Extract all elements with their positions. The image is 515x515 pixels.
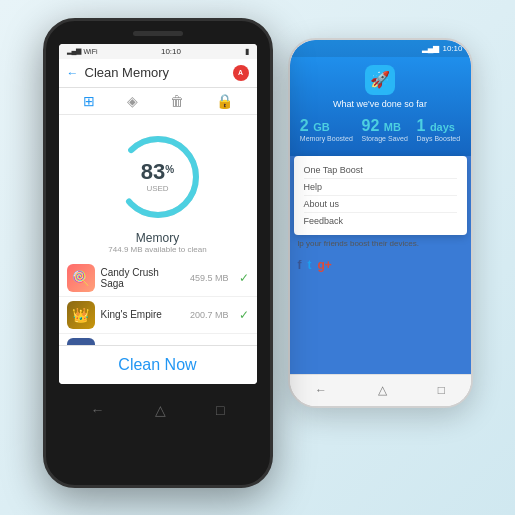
candy-crush-icon: 🍭: [67, 264, 95, 292]
facebook-icon: f: [67, 338, 95, 345]
wifi-icon: WiFi: [83, 48, 97, 55]
toolbar-layers-icon[interactable]: ◈: [127, 93, 138, 109]
clean-now-button[interactable]: Clean Now: [59, 345, 257, 384]
memory-percent-display: 83% USED: [141, 161, 174, 193]
percent-sign: %: [165, 163, 174, 174]
rocket-icon: 🚀: [370, 70, 390, 89]
avast-logo: A: [233, 65, 249, 81]
storage-num: 92: [362, 117, 380, 134]
page-title: Clean Memory: [85, 65, 227, 80]
clean-now-label: Clean Now: [118, 356, 196, 373]
status-bar-black: ▂▄▆ WiFi 10:10 ▮: [59, 44, 257, 59]
percent-value: 83: [141, 159, 165, 184]
kings-empire-name: King's Empire: [101, 309, 184, 320]
boost-icon: 🚀: [365, 65, 395, 95]
menu-item-about[interactable]: About us: [304, 196, 457, 213]
phones-container: ▂▄▆ 10:10 🚀 What we've done so far 2: [43, 18, 473, 498]
signal-icons-white: ▂▄▆: [422, 44, 440, 53]
facebook-share-icon[interactable]: f: [298, 258, 302, 272]
app-list: 🍭 Candy Crush Saga 459.5 MB ✓ 👑 King's E…: [59, 260, 257, 345]
memory-unit: GB: [313, 121, 330, 133]
googleplus-share-icon[interactable]: g+: [318, 258, 332, 272]
phone-black: ▂▄▆ WiFi 10:10 ▮ ← Clean Memory A ⊞ ◈ 🗑 …: [43, 18, 273, 488]
toolbar-trash-icon[interactable]: 🗑: [170, 93, 184, 109]
what-done-label: What we've done so far: [290, 99, 471, 109]
phone-screen: ▂▄▆ WiFi 10:10 ▮ ← Clean Memory A ⊞ ◈ 🗑 …: [59, 44, 257, 384]
storage-saved-stat: 92 MB Storage Saved: [362, 117, 408, 142]
home-nav-black[interactable]: △: [155, 402, 166, 418]
memory-boosted-stat: 2 GB Memory Boosted: [300, 117, 353, 142]
toolbar-grid-icon[interactable]: ⊞: [83, 93, 95, 109]
app-header: ← Clean Memory A: [59, 59, 257, 88]
storage-label: Storage Saved: [362, 135, 408, 142]
days-boosted-stat: 1 days Days Boosted: [417, 117, 461, 142]
memory-num: 2: [300, 117, 309, 134]
candy-crush-size: 459.5 MB: [190, 273, 229, 283]
home-nav-white[interactable]: △: [378, 383, 387, 397]
memory-section: 83% USED Memory 744.9 MB available to cl…: [59, 115, 257, 260]
storage-unit: MB: [384, 121, 401, 133]
recent-nav-black[interactable]: □: [216, 402, 224, 418]
back-nav-white[interactable]: ←: [315, 383, 327, 397]
app-item-facebook[interactable]: f Facebook 54.5 MB ✓: [59, 334, 257, 345]
battery-icon: ▮: [245, 47, 249, 56]
memory-circle: 83% USED: [108, 127, 208, 227]
twitter-share-icon[interactable]: t: [308, 258, 312, 272]
white-phone-menu: One Tap Boost Help About us Feedback: [294, 156, 467, 235]
days-num: 1: [417, 117, 426, 134]
toolbar-lock-icon[interactable]: 🔒: [216, 93, 233, 109]
phone-white: ▂▄▆ 10:10 🚀 What we've done so far 2: [288, 38, 473, 408]
status-left: ▂▄▆ WiFi: [67, 47, 98, 55]
status-bar-white: ▂▄▆ 10:10: [290, 40, 471, 57]
candy-crush-name: Candy Crush Saga: [101, 267, 184, 289]
menu-item-feedback[interactable]: Feedback: [304, 213, 457, 229]
back-nav-black[interactable]: ←: [91, 402, 105, 418]
back-button[interactable]: ←: [67, 66, 79, 80]
menu-item-one-tap[interactable]: One Tap Boost: [304, 162, 457, 179]
app-item-kings[interactable]: 👑 King's Empire 200.7 MB ✓: [59, 297, 257, 334]
time-black: 10:10: [161, 47, 181, 56]
days-unit: days: [430, 121, 455, 133]
social-row: f t g+: [290, 252, 471, 278]
kings-empire-icon: 👑: [67, 301, 95, 329]
days-label: Days Boosted: [417, 135, 461, 142]
bottom-nav-black: ← △ □: [46, 392, 270, 428]
app-item-candy[interactable]: 🍭 Candy Crush Saga 459.5 MB ✓: [59, 260, 257, 297]
bottom-nav-white: ← △ □: [290, 374, 471, 406]
help-friends-text: lp your friends boost their devices.: [290, 235, 471, 252]
used-label: USED: [141, 185, 174, 193]
signal-bars: ▂▄▆: [67, 47, 82, 55]
memory-label: Memory Boosted: [300, 135, 353, 142]
recent-nav-white[interactable]: □: [438, 383, 445, 397]
kings-empire-size: 200.7 MB: [190, 310, 229, 320]
candy-crush-check[interactable]: ✓: [239, 271, 249, 285]
phone-speaker: [133, 31, 183, 36]
kings-empire-check[interactable]: ✓: [239, 308, 249, 322]
time-white: 10:10: [442, 44, 462, 53]
menu-item-help[interactable]: Help: [304, 179, 457, 196]
